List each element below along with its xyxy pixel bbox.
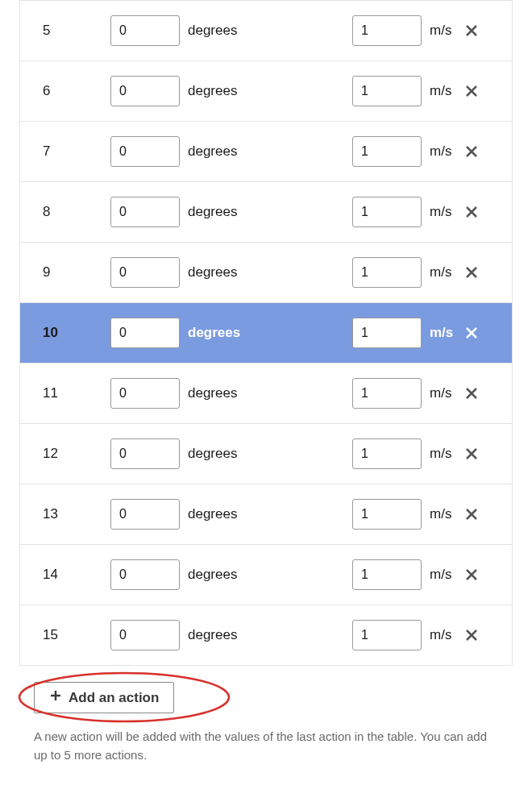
actions-table: 5 degrees m/s 6 degrees m/s xyxy=(19,0,513,666)
steering-unit-label: degrees xyxy=(181,385,318,401)
speed-input-cell xyxy=(351,136,423,167)
speed-input-cell xyxy=(351,318,423,348)
steering-unit-label: degrees xyxy=(181,627,318,643)
close-icon[interactable] xyxy=(463,261,480,284)
steering-input[interactable] xyxy=(110,76,180,106)
row-index: 13 xyxy=(20,506,109,522)
speed-unit-label: m/s xyxy=(423,446,463,462)
speed-input[interactable] xyxy=(352,197,422,227)
steering-input-cell xyxy=(109,559,181,590)
speed-input-cell xyxy=(351,620,423,650)
close-icon[interactable] xyxy=(463,201,480,223)
close-icon[interactable] xyxy=(463,382,480,405)
steering-input[interactable] xyxy=(110,136,180,167)
row-index: 9 xyxy=(20,264,109,280)
steering-input[interactable] xyxy=(110,257,180,288)
steering-unit-label: degrees xyxy=(181,325,318,341)
row-index: 14 xyxy=(20,567,109,583)
steering-input[interactable] xyxy=(110,378,180,409)
row-index: 7 xyxy=(20,143,109,160)
steering-input-cell xyxy=(109,257,181,288)
steering-input-cell xyxy=(109,15,181,46)
close-icon[interactable] xyxy=(463,443,480,465)
table-row[interactable]: 12 degrees m/s xyxy=(20,423,512,484)
steering-input[interactable] xyxy=(110,620,180,650)
table-row[interactable]: 8 degrees m/s xyxy=(20,181,512,242)
table-row[interactable]: 6 degrees m/s xyxy=(20,60,512,121)
speed-input-cell xyxy=(351,499,423,530)
steering-unit-label: degrees xyxy=(181,506,318,522)
table-row[interactable]: 7 degrees m/s xyxy=(20,121,512,181)
speed-unit-label: m/s xyxy=(423,204,463,220)
row-index: 15 xyxy=(20,627,109,643)
add-button-wrapper: Add an action xyxy=(34,682,174,713)
steering-input[interactable] xyxy=(110,318,180,348)
speed-unit-label: m/s xyxy=(423,264,463,280)
row-index: 12 xyxy=(20,446,109,462)
steering-input-cell xyxy=(109,499,181,530)
steering-input[interactable] xyxy=(110,499,180,530)
row-index: 5 xyxy=(20,23,109,39)
speed-unit-label: m/s xyxy=(423,385,463,401)
speed-input[interactable] xyxy=(352,76,422,106)
close-icon[interactable] xyxy=(463,503,480,526)
speed-unit-label: m/s xyxy=(423,23,463,39)
steering-unit-label: degrees xyxy=(181,83,318,99)
steering-input-cell xyxy=(109,197,181,227)
steering-unit-label: degrees xyxy=(181,567,318,583)
table-row[interactable]: 5 degrees m/s xyxy=(20,0,512,60)
close-icon[interactable] xyxy=(463,624,480,646)
table-row[interactable]: 11 degrees m/s xyxy=(20,363,512,423)
steering-input[interactable] xyxy=(110,559,180,590)
steering-input[interactable] xyxy=(110,197,180,227)
speed-unit-label: m/s xyxy=(423,83,463,99)
speed-input[interactable] xyxy=(352,136,422,167)
plus-icon xyxy=(49,689,62,706)
speed-unit-label: m/s xyxy=(423,627,463,643)
table-row[interactable]: 14 degrees m/s xyxy=(20,544,512,605)
close-icon[interactable] xyxy=(463,140,480,163)
steering-unit-label: degrees xyxy=(181,446,318,462)
table-row[interactable]: 13 degrees m/s xyxy=(20,484,512,544)
steering-unit-label: degrees xyxy=(181,264,318,280)
steering-input-cell xyxy=(109,378,181,409)
row-index: 11 xyxy=(20,385,109,401)
steering-input-cell xyxy=(109,136,181,167)
close-icon[interactable] xyxy=(463,80,480,102)
table-row[interactable]: 9 degrees m/s xyxy=(20,242,512,302)
speed-input-cell xyxy=(351,15,423,46)
speed-input[interactable] xyxy=(352,257,422,288)
steering-input[interactable] xyxy=(110,15,180,46)
close-icon[interactable] xyxy=(463,322,480,344)
speed-input[interactable] xyxy=(352,438,422,469)
close-icon[interactable] xyxy=(463,19,480,42)
speed-input-cell xyxy=(351,257,423,288)
speed-unit-label: m/s xyxy=(423,325,463,341)
speed-input-cell xyxy=(351,559,423,590)
table-row[interactable]: 15 degrees m/s xyxy=(20,605,512,665)
steering-unit-label: degrees xyxy=(181,204,318,220)
speed-input[interactable] xyxy=(352,620,422,650)
row-index: 10 xyxy=(20,325,109,341)
speed-unit-label: m/s xyxy=(423,567,463,583)
speed-input-cell xyxy=(351,76,423,106)
speed-input[interactable] xyxy=(352,15,422,46)
steering-unit-label: degrees xyxy=(181,23,318,39)
speed-unit-label: m/s xyxy=(423,143,463,160)
steering-input[interactable] xyxy=(110,438,180,469)
add-action-label: Add an action xyxy=(69,690,159,706)
speed-input[interactable] xyxy=(352,378,422,409)
row-index: 8 xyxy=(20,204,109,220)
speed-input[interactable] xyxy=(352,499,422,530)
speed-unit-label: m/s xyxy=(423,506,463,522)
steering-input-cell xyxy=(109,318,181,348)
speed-input[interactable] xyxy=(352,559,422,590)
speed-input-cell xyxy=(351,378,423,409)
close-icon[interactable] xyxy=(463,563,480,586)
steering-unit-label: degrees xyxy=(181,143,318,160)
row-index: 6 xyxy=(20,83,109,99)
hint-text: A new action will be added with the valu… xyxy=(34,728,501,764)
table-row[interactable]: 10 degrees m/s xyxy=(20,302,512,363)
add-action-button[interactable]: Add an action xyxy=(34,682,174,713)
speed-input[interactable] xyxy=(352,318,422,348)
